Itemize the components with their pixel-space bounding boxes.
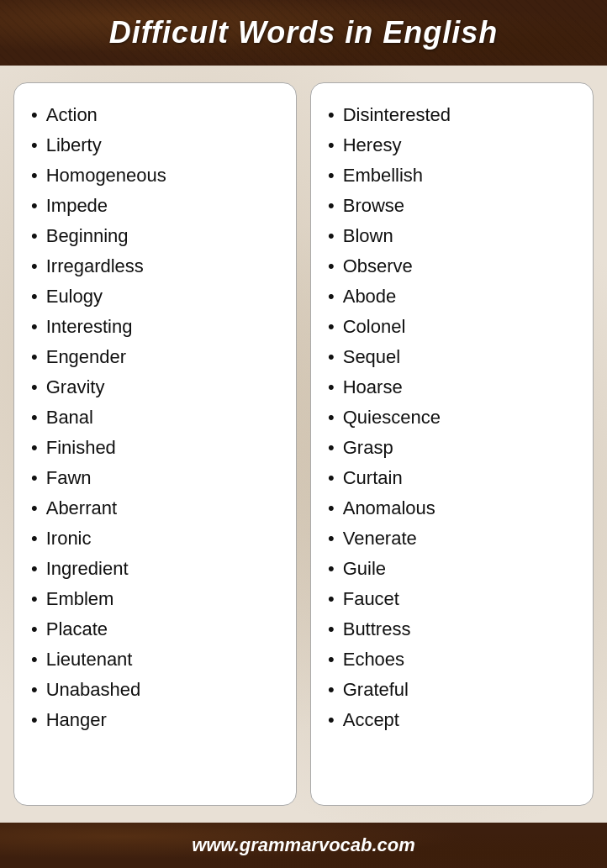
right-column: DisinterestedHeresyEmbellishBrowseBlownO… <box>310 82 594 806</box>
list-item: Homogeneous <box>31 160 282 191</box>
list-item: Finished <box>31 433 282 463</box>
right-word-list: DisinterestedHeresyEmbellishBrowseBlownO… <box>328 100 579 735</box>
list-item: Placate <box>31 614 282 644</box>
list-item: Anomalous <box>328 493 579 523</box>
list-item: Action <box>31 100 282 130</box>
list-item: Disinterested <box>328 100 579 130</box>
list-item: Ingredient <box>31 554 282 584</box>
list-item: Hoarse <box>328 372 579 402</box>
list-item: Lieutenant <box>31 644 282 675</box>
list-item: Ironic <box>31 523 282 554</box>
list-item: Grasp <box>328 433 579 463</box>
list-item: Engender <box>31 342 282 372</box>
page-footer: www.grammarvocab.com <box>0 823 607 868</box>
list-item: Grateful <box>328 675 579 705</box>
list-item: Guile <box>328 554 579 584</box>
list-item: Quiescence <box>328 402 579 433</box>
list-item: Hanger <box>31 705 282 735</box>
list-item: Heresy <box>328 130 579 160</box>
list-item: Abode <box>328 281 579 312</box>
list-item: Colonel <box>328 312 579 342</box>
list-item: Unabashed <box>31 675 282 705</box>
list-item: Interesting <box>31 312 282 342</box>
list-item: Browse <box>328 191 579 221</box>
left-word-list: ActionLibertyHomogeneousImpedeBeginningI… <box>31 100 282 735</box>
page-header: Difficult Words in English <box>0 0 607 66</box>
list-item: Eulogy <box>31 281 282 312</box>
page-title: Difficult Words in English <box>20 15 587 50</box>
footer-url[interactable]: www.grammarvocab.com <box>192 834 415 855</box>
list-item: Curtain <box>328 463 579 493</box>
list-item: Accept <box>328 705 579 735</box>
list-item: Aberrant <box>31 493 282 523</box>
list-item: Venerate <box>328 523 579 554</box>
list-item: Echoes <box>328 644 579 675</box>
list-item: Fawn <box>31 463 282 493</box>
list-item: Gravity <box>31 372 282 402</box>
list-item: Beginning <box>31 221 282 251</box>
list-item: Irregardless <box>31 251 282 281</box>
list-item: Blown <box>328 221 579 251</box>
list-item: Impede <box>31 191 282 221</box>
list-item: Sequel <box>328 342 579 372</box>
list-item: Emblem <box>31 584 282 614</box>
left-column: ActionLibertyHomogeneousImpedeBeginningI… <box>13 82 297 806</box>
list-item: Buttress <box>328 614 579 644</box>
main-content: ActionLibertyHomogeneousImpedeBeginningI… <box>0 66 607 823</box>
list-item: Embellish <box>328 160 579 191</box>
list-item: Observe <box>328 251 579 281</box>
list-item: Banal <box>31 402 282 433</box>
list-item: Liberty <box>31 130 282 160</box>
list-item: Faucet <box>328 584 579 614</box>
